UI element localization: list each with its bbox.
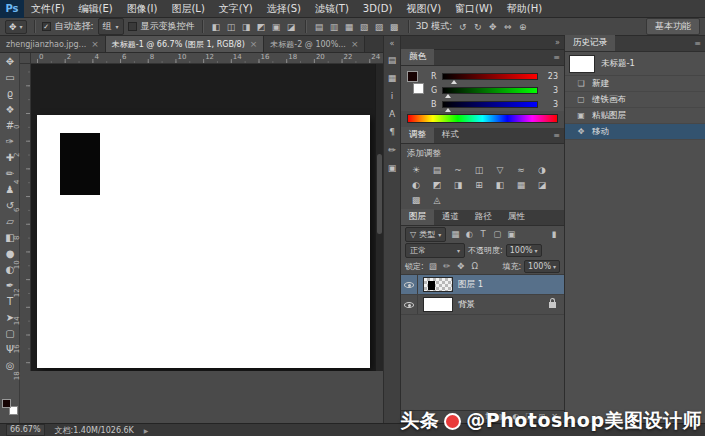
hue-saturation-icon[interactable]: ≈ — [512, 163, 530, 176]
menu-item[interactable]: 图层(L) — [164, 0, 211, 18]
status-flyout-icon[interactable]: ▶ — [144, 427, 149, 434]
red-slider[interactable] — [442, 73, 538, 80]
align-top-edges-icon[interactable]: ◩ — [255, 22, 268, 32]
invert-icon[interactable]: ◧ — [491, 178, 509, 191]
history-step-canvas[interactable]: ▢ 缝铁画布 — [565, 92, 705, 108]
tab-adjustments[interactable]: 调整 — [401, 127, 434, 143]
blue-slider[interactable] — [442, 101, 538, 108]
lock-pixels-icon[interactable]: ✏ — [441, 261, 453, 271]
green-slider[interactable] — [442, 87, 538, 94]
menu-item[interactable]: 视图(V) — [399, 0, 448, 18]
panel-menu-icon[interactable]: ≡ — [553, 131, 560, 140]
vibrance-icon[interactable]: ▽ — [491, 163, 509, 176]
slider-thumb[interactable] — [445, 108, 451, 112]
distribute-left-icon[interactable]: ▧ — [358, 22, 371, 32]
lock-all-icon[interactable]: Ω — [469, 261, 481, 271]
filter-pixel-layers-icon[interactable]: ▦ — [449, 229, 461, 239]
menu-item[interactable]: 窗口(W) — [448, 0, 500, 18]
distribute-vertical-icon[interactable]: ▥ — [328, 22, 341, 32]
zoom-level-field[interactable]: 66.67% — [6, 424, 45, 436]
posterize-icon[interactable]: ▦ — [512, 178, 530, 191]
tab-color[interactable]: 颜色 — [401, 49, 434, 65]
fill-field[interactable]: 100% ▾ — [524, 260, 560, 273]
foreground-color-swatch[interactable] — [407, 71, 418, 82]
distribute-top-icon[interactable]: ▤ — [313, 22, 326, 32]
scrollbar-thumb[interactable] — [377, 154, 382, 234]
color-swatches[interactable] — [2, 399, 18, 415]
eyedropper-tool[interactable]: ✑ — [0, 133, 20, 149]
lasso-tool[interactable]: ϱ — [0, 85, 20, 101]
gradient-map-icon[interactable]: ▩ — [407, 193, 425, 206]
libraries-panel-icon[interactable]: ▦ — [385, 71, 399, 84]
filter-smart-objects-icon[interactable]: ▣ — [505, 229, 517, 239]
tab-styles[interactable]: 样式 — [434, 127, 467, 143]
3d-scale-icon[interactable]: ⊕ — [516, 22, 529, 32]
paragraph-panel-icon[interactable]: ¶ — [385, 125, 399, 138]
rectangular-marquee-tool[interactable]: ▭ — [0, 69, 20, 85]
menu-item[interactable]: 帮助(H) — [500, 0, 549, 18]
distribute-horizontal-icon[interactable]: ▨ — [373, 22, 386, 32]
red-value[interactable]: 23 — [542, 72, 558, 81]
blue-value[interactable]: 3 — [542, 100, 558, 109]
panel-menu-icon[interactable]: ≡ — [553, 53, 560, 62]
filter-type-layers-icon[interactable]: T — [477, 229, 489, 239]
panel-menu-icon[interactable]: ≡ — [694, 39, 701, 48]
3d-rotate-icon[interactable]: ↺ — [456, 22, 469, 32]
canvas-pasteboard[interactable] — [31, 64, 375, 371]
close-icon[interactable]: × — [250, 39, 258, 49]
filter-toggle-icon[interactable]: ▮ — [548, 229, 560, 239]
expand-panels-icon[interactable]: « — [390, 39, 395, 48]
auto-select-checkbox[interactable]: ✓ — [42, 22, 51, 31]
black-white-icon[interactable]: ◐ — [407, 178, 425, 191]
align-horizontal-centers-icon[interactable]: ◫ — [225, 22, 238, 32]
3d-slide-icon[interactable]: ⇔ — [501, 22, 514, 32]
slider-thumb[interactable] — [445, 94, 451, 98]
canvas-document[interactable] — [37, 115, 370, 368]
tab-untitled-2[interactable]: 未标题-2 @ 100%... × — [264, 36, 365, 52]
show-transform-checkbox[interactable] — [128, 22, 137, 31]
history-step-paste[interactable]: ▣ 粘贴图层 — [565, 108, 705, 124]
layer-name[interactable]: 图层 1 — [458, 279, 483, 291]
selective-color-icon[interactable]: ◬ — [428, 193, 446, 206]
align-vertical-centers-icon[interactable]: ▣ — [270, 22, 283, 32]
exposure-icon[interactable]: ◫ — [470, 163, 488, 176]
tab-zhengjianzhao[interactable]: zhengjianzhao.jpg... × — [0, 36, 106, 52]
history-snapshot-row[interactable]: 未标题-1 — [565, 52, 705, 76]
tool-preset-picker[interactable]: ✥ ▾ — [5, 20, 27, 34]
brightness-contrast-icon[interactable]: ☀ — [407, 163, 425, 176]
layer-row-layer-1[interactable]: 图层 1 — [401, 275, 564, 295]
quick-selection-tool[interactable]: ❖ — [0, 101, 20, 117]
close-icon[interactable]: × — [351, 39, 359, 49]
levels-icon[interactable]: ▤ — [428, 163, 446, 176]
eraser-tool[interactable]: ▱ — [0, 213, 20, 229]
menu-item[interactable]: 滤镜(T) — [308, 0, 356, 18]
tab-layers[interactable]: 图层 — [401, 209, 434, 225]
distribute-right-icon[interactable]: ▩ — [388, 22, 401, 32]
shape-tool[interactable]: ▢ — [0, 325, 20, 341]
menu-item[interactable]: 文件(F) — [24, 0, 72, 18]
clone-source-panel-icon[interactable]: ▣ — [385, 161, 399, 174]
menu-item[interactable]: 文字(Y) — [212, 0, 260, 18]
photoshop-logo[interactable]: Ps — [0, 0, 24, 18]
3d-roll-icon[interactable]: ↻ — [471, 22, 484, 32]
filter-shape-layers-icon[interactable]: ▢ — [491, 229, 503, 239]
lock-transparency-icon[interactable]: ▨ — [427, 261, 439, 271]
green-value[interactable]: 3 — [542, 86, 558, 95]
workspace-switcher-button[interactable]: 基本功能 — [646, 18, 700, 35]
visibility-eye-icon[interactable] — [404, 282, 414, 288]
align-right-edges-icon[interactable]: ◨ — [240, 22, 253, 32]
color-spectrum-bar[interactable] — [407, 114, 558, 123]
menu-item[interactable]: 选择(S) — [260, 0, 308, 18]
brush-panel-icon[interactable]: ✏ — [385, 143, 399, 156]
channel-mixer-icon[interactable]: ◨ — [449, 178, 467, 191]
panel-color-swatches[interactable] — [407, 71, 424, 97]
filter-adjustment-layers-icon[interactable]: ◐ — [463, 229, 475, 239]
align-bottom-edges-icon[interactable]: ◪ — [285, 22, 298, 32]
black-rectangle-layer[interactable] — [60, 133, 100, 195]
collapse-dock-icon[interactable]: » — [555, 38, 560, 47]
threshold-icon[interactable]: ◪ — [533, 178, 551, 191]
menu-item[interactable]: 编辑(E) — [72, 0, 120, 18]
close-icon[interactable]: × — [91, 39, 99, 49]
color-balance-icon[interactable]: ◑ — [533, 163, 551, 176]
opacity-field[interactable]: 100% ▾ — [506, 244, 542, 257]
